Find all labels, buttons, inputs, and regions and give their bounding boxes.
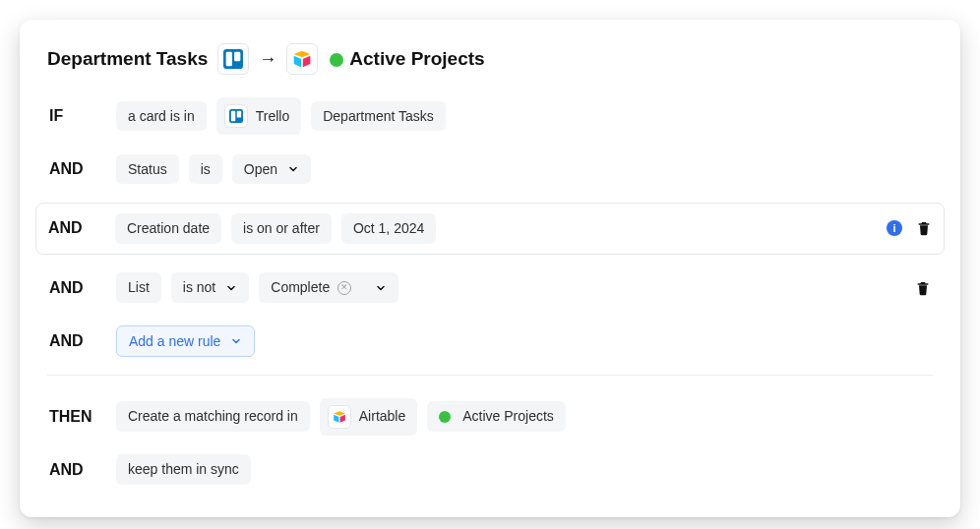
- row-actions: [915, 279, 931, 297]
- svg-marker-11: [339, 414, 344, 422]
- svg-marker-9: [334, 411, 345, 416]
- rule-row-list: AND List is not Complete ✕: [47, 268, 933, 308]
- rule-row-creation-date[interactable]: AND Creation date is on or after Oct 1, …: [35, 203, 945, 255]
- pill-dest-project-label: Active Projects: [462, 408, 554, 425]
- pill-op-is-not[interactable]: is not: [171, 272, 249, 303]
- row-actions: i: [887, 219, 932, 237]
- rule-editor-card: Department Tasks → Active Projects IF a …: [20, 20, 960, 517]
- rule-row-sync: AND keep them in sync: [47, 450, 933, 490]
- trello-app-badge: [217, 43, 249, 75]
- chevron-down-icon: [287, 163, 299, 175]
- sync-header: Department Tasks → Active Projects: [47, 43, 933, 75]
- pill-dest-project[interactable]: Active Projects: [427, 401, 566, 432]
- add-new-rule-label: Add a new rule: [129, 333, 220, 349]
- op-and: AND: [48, 219, 105, 237]
- rule-row-then: THEN Create a matching record in Airtabl…: [47, 397, 933, 437]
- rule-row-if: IF a card is in Trello Department Tasks: [47, 96, 933, 136]
- rule-row-add: AND Add a new rule: [47, 322, 933, 361]
- trello-icon: [229, 109, 243, 123]
- op-and: AND: [49, 461, 106, 479]
- dest-title: Active Projects: [330, 48, 484, 70]
- arrow-icon: →: [259, 49, 276, 70]
- pill-value-complete-label: Complete: [271, 279, 330, 296]
- chevron-down-icon: [375, 282, 387, 294]
- pill-dest-tool-label: Airtable: [359, 408, 405, 425]
- trash-icon[interactable]: [916, 219, 932, 237]
- svg-rect-1: [226, 52, 232, 67]
- add-new-rule-button[interactable]: Add a new rule: [116, 325, 255, 357]
- remove-value-icon[interactable]: ✕: [337, 281, 351, 295]
- pill-source-tool[interactable]: Trello: [216, 97, 302, 135]
- op-then: THEN: [49, 408, 106, 426]
- op-and: AND: [49, 160, 106, 178]
- trash-icon[interactable]: [915, 279, 931, 297]
- pill-op-is[interactable]: is: [189, 154, 222, 185]
- pill-dest-tool[interactable]: Airtable: [320, 398, 417, 436]
- trello-icon: [223, 49, 243, 69]
- status-dot-icon: [439, 411, 451, 423]
- pill-field-creation-date[interactable]: Creation date: [115, 213, 221, 244]
- section-divider: [47, 375, 933, 376]
- pill-source-board[interactable]: Department Tasks: [311, 101, 446, 132]
- svg-rect-7: [231, 111, 235, 121]
- pill-keep-in-sync[interactable]: keep them in sync: [116, 454, 251, 485]
- svg-marker-5: [303, 56, 311, 68]
- svg-marker-10: [334, 414, 338, 422]
- pill-op-on-or-after[interactable]: is on or after: [231, 213, 332, 244]
- airtable-app-badge: [286, 43, 318, 75]
- chevron-down-icon: [225, 282, 237, 294]
- chevron-down-icon: [230, 335, 242, 347]
- pill-value-complete[interactable]: Complete ✕: [259, 272, 398, 303]
- svg-rect-2: [234, 52, 240, 62]
- pill-value-open-label: Open: [244, 161, 277, 178]
- pill-field-status[interactable]: Status: [116, 154, 179, 185]
- status-dot-icon: [330, 53, 343, 67]
- op-and: AND: [49, 332, 106, 350]
- trello-app-badge-small: [224, 104, 248, 128]
- pill-op-is-not-label: is not: [183, 279, 215, 296]
- pill-field-list[interactable]: List: [116, 272, 161, 303]
- airtable-app-badge-small: [328, 405, 351, 429]
- dest-board-title: Active Projects: [349, 48, 484, 69]
- op-if: IF: [49, 107, 106, 125]
- pill-value-open[interactable]: Open: [232, 154, 311, 185]
- airtable-icon: [333, 410, 346, 424]
- svg-marker-3: [294, 51, 311, 58]
- svg-rect-8: [236, 111, 240, 118]
- pill-create-record[interactable]: Create a matching record in: [116, 401, 310, 432]
- pill-value-date[interactable]: Oct 1, 2024: [341, 213, 436, 244]
- op-and: AND: [49, 279, 106, 297]
- svg-marker-4: [294, 56, 302, 68]
- info-icon[interactable]: i: [887, 220, 902, 236]
- rule-row-status: AND Status is Open: [47, 149, 933, 189]
- source-board-title: Department Tasks: [47, 48, 208, 70]
- airtable-icon: [292, 49, 312, 69]
- pill-card-is-in[interactable]: a card is in: [116, 101, 207, 132]
- pill-source-tool-label: Trello: [256, 108, 290, 125]
